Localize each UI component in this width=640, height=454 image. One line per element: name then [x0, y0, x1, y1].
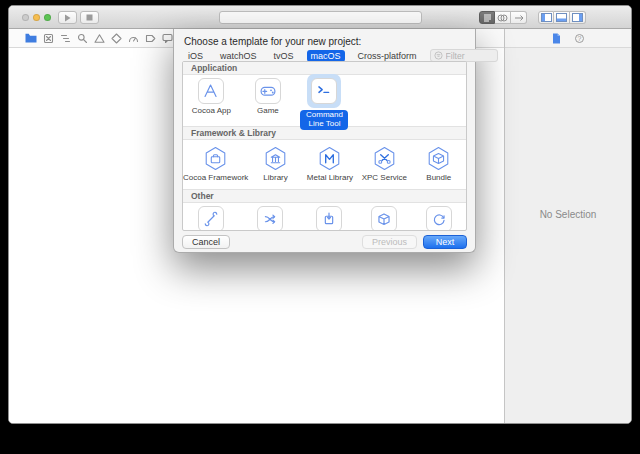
file-inspector-icon[interactable]	[552, 33, 561, 44]
template-row-application: Cocoa App Game Command Line Tool	[183, 75, 466, 127]
metal-library-icon	[316, 145, 343, 172]
tests-icon[interactable]	[110, 32, 122, 44]
stop-icon	[86, 14, 93, 21]
standard-editor-icon[interactable]	[479, 11, 495, 24]
cancel-button[interactable]: Cancel	[182, 235, 230, 249]
game-icon	[257, 80, 279, 102]
tab-ios[interactable]: iOS	[184, 50, 207, 62]
cocoa-framework-icon	[202, 145, 229, 172]
filter-icon	[434, 51, 443, 60]
template-image-unit[interactable]: Image Unit	[411, 203, 466, 231]
template-cocoa-framework[interactable]: Cocoa Framework	[183, 140, 248, 189]
xcode-window: ‹ › ? No Selection Choose a template for…	[8, 5, 632, 424]
play-icon	[64, 14, 71, 22]
applescript-app-icon	[200, 208, 222, 230]
template-metal-library[interactable]: Metal Library	[303, 140, 357, 189]
inspector-empty-text: No Selection	[505, 209, 631, 220]
dialog-footer: Cancel Previous Next	[182, 235, 467, 249]
new-project-template-dialog: Choose a template for your new project: …	[173, 29, 476, 253]
minimize-icon[interactable]	[33, 14, 40, 21]
editor-mode-segmented-control	[479, 11, 527, 24]
template-generic-kernel[interactable]: Generic Kernel	[356, 203, 411, 231]
template-library[interactable]: Library	[248, 140, 302, 189]
breakpoints-icon[interactable]	[144, 32, 156, 44]
command-line-tool-icon	[313, 80, 335, 102]
view-toggle-segmented-control	[538, 11, 586, 24]
template-command-line-tool[interactable]: Command Line Tool	[296, 75, 353, 130]
section-header-other: Other	[183, 190, 466, 203]
inspector-toggle-icon[interactable]	[570, 11, 586, 24]
library-icon	[262, 145, 289, 172]
run-button[interactable]	[58, 11, 77, 24]
activity-status-display	[219, 11, 422, 24]
tab-macos[interactable]: macOS	[307, 50, 345, 62]
version-editor-icon[interactable]	[511, 11, 527, 24]
titlebar	[9, 6, 631, 29]
search-icon[interactable]	[76, 32, 88, 44]
template-list: Application Cocoa App Game	[182, 61, 467, 231]
close-icon[interactable]	[22, 14, 29, 21]
template-bundle[interactable]: Bundle	[412, 140, 466, 189]
stop-button[interactable]	[80, 11, 99, 24]
assistant-editor-icon[interactable]	[495, 11, 511, 24]
contacts-action-icon	[318, 208, 340, 230]
reports-icon[interactable]	[161, 32, 173, 44]
template-cocoa-app[interactable]: Cocoa App	[183, 75, 240, 130]
zoom-icon[interactable]	[44, 14, 51, 21]
template-applescript-app[interactable]: AppleScript App	[183, 203, 240, 231]
tab-tvos[interactable]: tvOS	[270, 50, 298, 62]
window-controls	[22, 14, 51, 21]
template-game[interactable]: Game	[240, 75, 297, 130]
bundle-icon	[425, 145, 452, 172]
tab-watchos[interactable]: watchOS	[216, 50, 261, 62]
navigator-toggle-icon[interactable]	[538, 11, 554, 24]
generic-kernel-icon	[373, 208, 395, 230]
template-row-other: AppleScript App Automator Action Contact…	[183, 203, 466, 231]
next-button[interactable]: Next	[423, 235, 467, 249]
issues-icon[interactable]	[93, 32, 105, 44]
template-automator-action[interactable]: Automator Action	[240, 203, 301, 231]
template-empty-slot	[409, 75, 466, 130]
symbol-navigator-icon[interactable]	[59, 32, 71, 44]
template-contacts-action[interactable]: Contacts Action	[301, 203, 357, 231]
image-unit-icon	[428, 208, 450, 230]
previous-button[interactable]: Previous	[362, 235, 417, 249]
tab-cross-platform[interactable]: Cross-platform	[354, 50, 421, 62]
template-empty-slot	[353, 75, 410, 130]
debug-gauge-icon[interactable]	[127, 32, 139, 44]
source-control-icon[interactable]	[42, 32, 54, 44]
template-row-framework-library: Cocoa Framework Library Metal Library	[183, 140, 466, 190]
inspector-panel: ? No Selection	[504, 29, 631, 424]
template-xpc-service[interactable]: XPC Service	[357, 140, 411, 189]
cocoa-app-icon	[200, 80, 222, 102]
filter-input[interactable]	[446, 51, 496, 61]
quick-help-icon[interactable]: ?	[575, 34, 584, 43]
project-navigator-icon[interactable]	[25, 32, 37, 44]
xpc-service-icon	[371, 145, 398, 172]
inspector-tab-bar: ?	[505, 29, 631, 48]
automator-action-icon	[259, 208, 281, 230]
dialog-title: Choose a template for your new project:	[174, 29, 475, 47]
debug-area-toggle-icon[interactable]	[554, 11, 570, 24]
